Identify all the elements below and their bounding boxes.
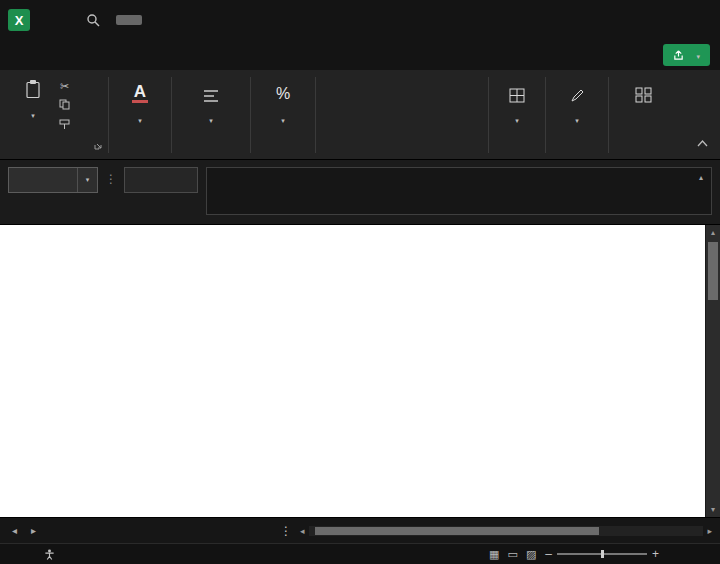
font-menu-button[interactable]: A bbox=[116, 76, 164, 127]
grid bbox=[0, 225, 705, 517]
excel-logo-icon: X bbox=[8, 9, 30, 31]
zoom-out-button[interactable]: – bbox=[540, 547, 557, 561]
chevron-down-icon bbox=[138, 109, 142, 127]
number-group: % bbox=[253, 74, 313, 158]
cut-button[interactable]: ✂ bbox=[60, 81, 69, 92]
chevron-down-icon bbox=[31, 104, 35, 122]
group-divider bbox=[488, 77, 489, 153]
group-divider bbox=[608, 77, 609, 153]
share-icon bbox=[673, 50, 684, 61]
search-icon[interactable] bbox=[86, 13, 100, 27]
status-right: ▦ ▭ ▨ – + bbox=[485, 547, 710, 561]
excel-window: X bbox=[0, 0, 720, 564]
cells-group bbox=[491, 74, 543, 158]
cells-menu-button[interactable] bbox=[496, 76, 538, 127]
chevron-down-icon bbox=[515, 109, 519, 127]
editing-menu-button[interactable] bbox=[553, 76, 601, 127]
addins-icon bbox=[635, 81, 652, 103]
horizontal-scroll-track[interactable] bbox=[309, 526, 704, 536]
page-break-view-icon[interactable]: ▨ bbox=[526, 548, 536, 561]
close-button[interactable] bbox=[682, 0, 720, 40]
alignment-group bbox=[174, 74, 248, 158]
format-painter-button[interactable] bbox=[59, 119, 70, 132]
number-menu-button[interactable]: % bbox=[258, 76, 308, 127]
status-bar: ▦ ▭ ▨ – + bbox=[0, 543, 720, 564]
formula-bar bbox=[0, 160, 720, 225]
alignment-menu-button[interactable] bbox=[179, 76, 243, 127]
addins-button[interactable] bbox=[616, 76, 670, 106]
name-box[interactable] bbox=[8, 167, 98, 193]
pencil-icon bbox=[570, 81, 585, 103]
page-layout-view-icon[interactable]: ▭ bbox=[507, 548, 517, 561]
font-icon: A bbox=[132, 83, 148, 103]
chevron-down-icon[interactable] bbox=[77, 168, 97, 192]
zoom-slider-thumb[interactable] bbox=[601, 550, 604, 558]
collapse-ribbon-icon[interactable] bbox=[697, 133, 708, 151]
minimize-button[interactable] bbox=[606, 0, 644, 40]
next-sheet-icon[interactable] bbox=[31, 525, 36, 536]
accessibility-status[interactable] bbox=[44, 549, 60, 560]
group-divider bbox=[315, 77, 316, 153]
scroll-left-icon[interactable] bbox=[296, 526, 309, 536]
addins-group bbox=[611, 74, 675, 158]
zoom-in-button[interactable]: + bbox=[647, 547, 664, 561]
sheet-tab-bar bbox=[0, 517, 720, 543]
editing-group bbox=[548, 74, 606, 158]
chevron-down-icon bbox=[281, 109, 285, 127]
clipboard-icon bbox=[24, 79, 42, 100]
share-button[interactable] bbox=[663, 44, 710, 66]
chevron-down-icon bbox=[575, 109, 579, 127]
window-controls bbox=[606, 0, 720, 40]
ribbon-tab-bar bbox=[0, 40, 720, 70]
cells-icon bbox=[509, 81, 525, 103]
group-divider bbox=[171, 77, 172, 153]
formula-input[interactable] bbox=[206, 167, 712, 215]
group-divider bbox=[250, 77, 251, 153]
styles-group bbox=[318, 74, 486, 158]
copy-button[interactable] bbox=[59, 99, 70, 112]
scroll-down-icon[interactable] bbox=[706, 502, 720, 517]
ribbon: ✂ A bbox=[0, 70, 720, 160]
group-divider bbox=[108, 77, 109, 153]
previous-sheet-icon[interactable] bbox=[12, 525, 17, 536]
paste-button[interactable] bbox=[11, 76, 55, 132]
sheet-nav bbox=[0, 525, 88, 536]
clipboard-group: ✂ bbox=[6, 74, 106, 158]
sign-in-button[interactable] bbox=[116, 15, 142, 25]
accessibility-icon bbox=[44, 549, 55, 560]
scroll-up-icon[interactable] bbox=[706, 225, 720, 240]
chevron-down-icon bbox=[696, 48, 700, 62]
sheet-options-icon[interactable] bbox=[280, 524, 292, 538]
percent-icon: % bbox=[276, 81, 290, 103]
alignment-icon bbox=[203, 81, 219, 103]
chevron-down-icon bbox=[209, 109, 213, 127]
maximize-button[interactable] bbox=[644, 0, 682, 40]
scroll-right-icon[interactable] bbox=[703, 526, 716, 536]
clipboard-dialog-launcher[interactable] bbox=[94, 136, 103, 154]
normal-view-icon[interactable]: ▦ bbox=[489, 548, 499, 561]
horizontal-scroll-thumb[interactable] bbox=[315, 527, 599, 535]
group-divider bbox=[545, 77, 546, 153]
formula-buttons bbox=[124, 167, 198, 193]
vertical-scrollbar[interactable] bbox=[705, 225, 720, 517]
horizontal-scrollbar[interactable] bbox=[296, 526, 716, 536]
collapse-formula-bar-icon[interactable] bbox=[699, 173, 703, 182]
titlebar: X bbox=[0, 0, 720, 40]
vertical-scroll-thumb[interactable] bbox=[708, 242, 718, 300]
font-group: A bbox=[111, 74, 169, 158]
spreadsheet bbox=[0, 225, 720, 517]
formula-bar-options-icon[interactable] bbox=[105, 172, 117, 186]
zoom-slider[interactable] bbox=[557, 553, 647, 555]
